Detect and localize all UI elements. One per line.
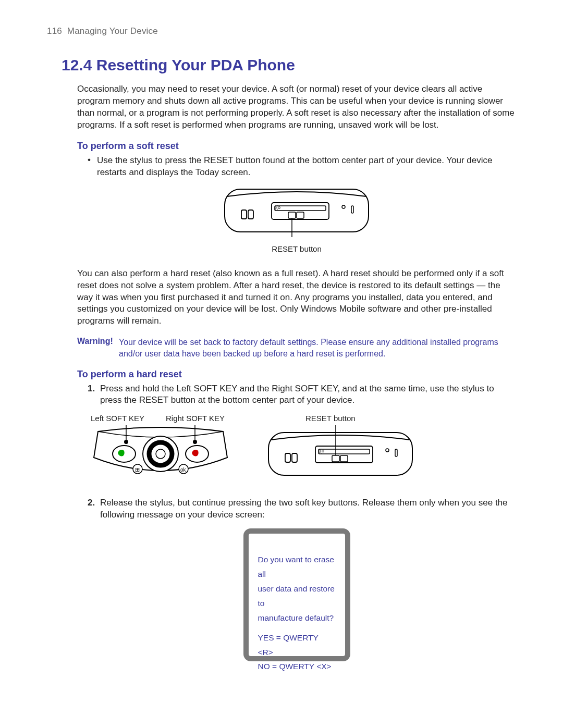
svg-rect-5 <box>288 212 296 218</box>
hard-reset-heading: To perform a hard reset <box>77 369 516 380</box>
screen-line-1: Do you want to erase all <box>258 552 336 582</box>
right-softkey-label: Right SOFT KEY <box>166 414 225 423</box>
device-bottom-icon-2: ((o <box>267 425 413 482</box>
hard-reset-intro: You can also perform a hard reset (also … <box>77 268 516 328</box>
svg-text:⊞: ⊞ <box>135 466 140 473</box>
soft-reset-bullet: Use the stylus to press the RESET button… <box>88 155 516 179</box>
svg-rect-4 <box>275 206 326 211</box>
device-bottom-figure-2: RESET button ((o <box>265 414 416 482</box>
svg-point-21 <box>193 440 197 444</box>
warning-text: Your device will be set back to factory … <box>119 337 516 359</box>
svg-rect-6 <box>297 212 304 218</box>
device-screen-box: Do you want to erase all user data and r… <box>243 528 350 661</box>
keypad-icon: ⊞ ok <box>88 425 234 488</box>
left-softkey-label: Left SOFT KEY <box>91 414 144 423</box>
hard-reset-step-2: Release the stylus, but continue pressin… <box>88 497 516 521</box>
page-number: 116 <box>47 26 62 36</box>
device-bottom-icon: ((o <box>224 185 370 237</box>
reset-button-label-2: RESET button <box>305 414 356 423</box>
device-screen-figure: Do you want to erase all user data and r… <box>77 528 516 661</box>
svg-rect-9 <box>351 206 353 213</box>
screen-line-2: user data and restore to <box>258 582 336 611</box>
svg-rect-26 <box>292 453 297 462</box>
svg-rect-28 <box>319 449 370 454</box>
device-bottom-figure-1: ((o RESET button <box>77 185 516 253</box>
svg-rect-25 <box>285 453 290 462</box>
chapter-name: Managing Your Device <box>67 26 158 36</box>
hard-reset-step-1: Press and hold the Left SOFT KEY and the… <box>88 383 516 407</box>
warning-block: Warning! Your device will be set back to… <box>77 337 516 359</box>
manual-page: 116 Managing Your Device 12.4 Resetting … <box>0 0 563 728</box>
svg-text:((o: ((o <box>319 448 324 453</box>
svg-rect-29 <box>332 455 339 462</box>
section-title: 12.4 Resetting Your PDA Phone <box>62 56 516 74</box>
intro-paragraph: Occasionally, you may need to reset your… <box>77 83 516 131</box>
screen-line-3: manufacture default? <box>258 611 336 625</box>
svg-text:ok: ok <box>180 467 187 473</box>
svg-rect-33 <box>395 449 397 456</box>
soft-reset-heading: To perform a soft reset <box>77 141 516 152</box>
svg-rect-2 <box>248 210 253 219</box>
svg-point-13 <box>156 449 165 459</box>
keypad-figure: Left SOFT KEY Right SOFT KEY <box>88 414 234 488</box>
svg-text:((o: ((o <box>275 205 280 210</box>
reset-button-caption-1: RESET button <box>77 244 516 253</box>
screen-yes-line: YES = QWERTY <R> <box>258 631 336 660</box>
svg-point-20 <box>124 440 128 444</box>
warning-label: Warning! <box>77 337 119 359</box>
svg-rect-1 <box>241 210 247 219</box>
svg-rect-30 <box>340 455 348 462</box>
running-header: 116 Managing Your Device <box>47 26 516 36</box>
screen-no-line: NO = QWERTY <X> <box>258 659 336 674</box>
